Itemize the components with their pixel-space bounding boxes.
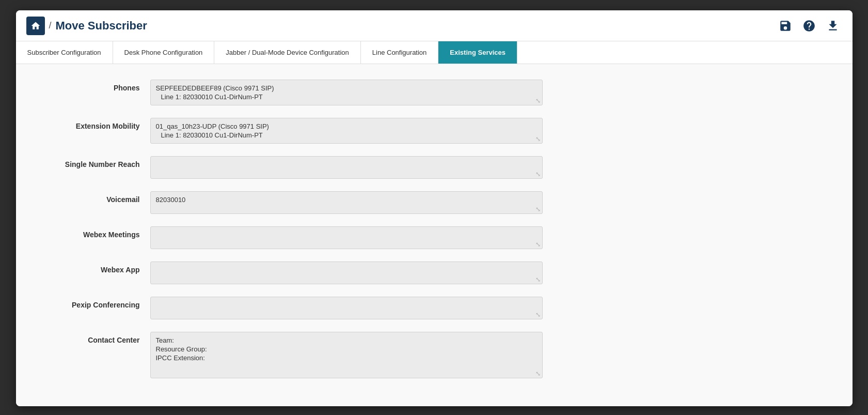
home-button[interactable] (26, 17, 45, 35)
voicemail-wrapper: 82030010 ⤡ (150, 191, 543, 214)
voicemail-value: 82030010 (156, 196, 527, 204)
app-window: / Move Subscriber Subscriber (16, 10, 853, 406)
extension-mobility-resize-handle[interactable]: ⤡ (535, 136, 541, 142)
voicemail-label: Voicemail (37, 191, 150, 204)
webex-app-row: Webex App ⤡ (37, 262, 832, 284)
phones-resize-handle[interactable]: ⤡ (535, 98, 541, 104)
phones-row: Phones SEPFEEDEDBEEF89 (Cisco 9971 SIP) … (37, 80, 832, 105)
contact-center-row: Contact Center Team: Resource Group: IPC… (37, 332, 832, 378)
tab-subscriber-config[interactable]: Subscriber Configuration (16, 41, 113, 64)
pexip-conferencing-label: Pexip Conferencing (37, 297, 150, 309)
voicemail-field[interactable]: 82030010 (150, 191, 543, 214)
header: / Move Subscriber (16, 10, 853, 41)
tab-line-config[interactable]: Line Configuration (361, 41, 439, 64)
extension-mobility-row: Extension Mobility 01_qas_10h23-UDP (Cis… (37, 118, 832, 144)
single-number-reach-resize-handle[interactable]: ⤡ (535, 171, 541, 177)
page-title: Move Subscriber (56, 19, 147, 33)
header-actions (776, 17, 842, 35)
single-number-reach-field[interactable] (150, 156, 543, 179)
contact-center-ipcc-extension: IPCC Extension: (156, 354, 527, 362)
tabs-bar: Subscriber Configuration Desk Phone Conf… (16, 41, 853, 64)
extension-mobility-line1: 01_qas_10h23-UDP (Cisco 9971 SIP) (156, 122, 527, 130)
extension-mobility-wrapper: 01_qas_10h23-UDP (Cisco 9971 SIP) Line 1… (150, 118, 543, 144)
single-number-reach-row: Single Number Reach ⤡ (37, 156, 832, 179)
webex-meetings-label: Webex Meetings (37, 226, 150, 239)
pexip-conferencing-field[interactable] (150, 297, 543, 319)
webex-app-field[interactable] (150, 262, 543, 284)
phones-line1: SEPFEEDEDBEEF89 (Cisco 9971 SIP) (156, 84, 527, 92)
contact-center-resource-group: Resource Group: (156, 345, 527, 353)
webex-app-wrapper: ⤡ (150, 262, 543, 284)
extension-mobility-line2: Line 1: 82030010 Cu1-DirNum-PT (156, 131, 527, 139)
contact-center-team: Team: (156, 336, 527, 344)
breadcrumb-separator: / (49, 20, 52, 31)
extension-mobility-field[interactable]: 01_qas_10h23-UDP (Cisco 9971 SIP) Line 1… (150, 118, 543, 144)
save-button[interactable] (776, 17, 795, 35)
phones-line2: Line 1: 82030010 Cu1-DirNum-PT (156, 93, 527, 101)
webex-meetings-row: Webex Meetings ⤡ (37, 226, 832, 249)
tab-desk-phone-config[interactable]: Desk Phone Configuration (113, 41, 215, 64)
webex-app-label: Webex App (37, 262, 150, 274)
header-left: / Move Subscriber (26, 17, 147, 35)
phones-field-wrapper: SEPFEEDEDBEEF89 (Cisco 9971 SIP) Line 1:… (150, 80, 543, 105)
extension-mobility-label: Extension Mobility (37, 118, 150, 130)
tab-jabber-config[interactable]: Jabber / Dual-Mode Device Configuration (214, 41, 360, 64)
contact-center-field[interactable]: Team: Resource Group: IPCC Extension: (150, 332, 543, 378)
tab-existing-services[interactable]: Existing Services (438, 41, 517, 64)
webex-meetings-resize-handle[interactable]: ⤡ (535, 241, 541, 248)
contact-center-resize-handle[interactable]: ⤡ (535, 371, 541, 377)
webex-meetings-wrapper: ⤡ (150, 226, 543, 249)
phones-field[interactable]: SEPFEEDEDBEEF89 (Cisco 9971 SIP) Line 1:… (150, 80, 543, 105)
phones-label: Phones (37, 80, 150, 92)
pexip-conferencing-row: Pexip Conferencing ⤡ (37, 297, 832, 319)
download-button[interactable] (824, 17, 842, 35)
webex-app-resize-handle[interactable]: ⤡ (535, 276, 541, 283)
contact-center-label: Contact Center (37, 332, 150, 344)
pexip-conferencing-resize-handle[interactable]: ⤡ (535, 312, 541, 318)
webex-meetings-field[interactable] (150, 226, 543, 249)
pexip-conferencing-wrapper: ⤡ (150, 297, 543, 319)
voicemail-row: Voicemail 82030010 ⤡ (37, 191, 832, 214)
single-number-reach-label: Single Number Reach (37, 156, 150, 168)
voicemail-resize-handle[interactable]: ⤡ (535, 206, 541, 212)
help-button[interactable] (800, 17, 818, 35)
single-number-reach-wrapper: ⤡ (150, 156, 543, 179)
contact-center-wrapper: Team: Resource Group: IPCC Extension: ⤡ (150, 332, 543, 378)
content-area: Phones SEPFEEDEDBEEF89 (Cisco 9971 SIP) … (16, 64, 853, 406)
